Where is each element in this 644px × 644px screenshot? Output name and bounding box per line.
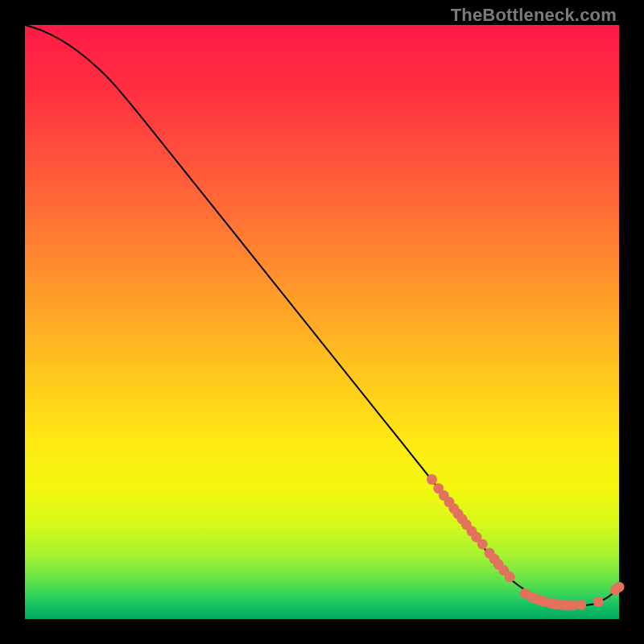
data-point bbox=[477, 539, 488, 550]
watermark-text: TheBottleneck.com bbox=[451, 5, 617, 26]
data-point bbox=[576, 600, 586, 610]
data-point bbox=[614, 582, 625, 592]
data-point bbox=[593, 597, 604, 607]
chart-stage: TheBottleneck.com bbox=[0, 0, 644, 644]
chart-overlay-svg bbox=[25, 25, 619, 619]
curve-line bbox=[25, 25, 619, 605]
plot-area bbox=[25, 25, 619, 619]
data-point bbox=[427, 474, 437, 485]
data-point bbox=[505, 572, 515, 582]
data-points-group bbox=[427, 474, 624, 610]
